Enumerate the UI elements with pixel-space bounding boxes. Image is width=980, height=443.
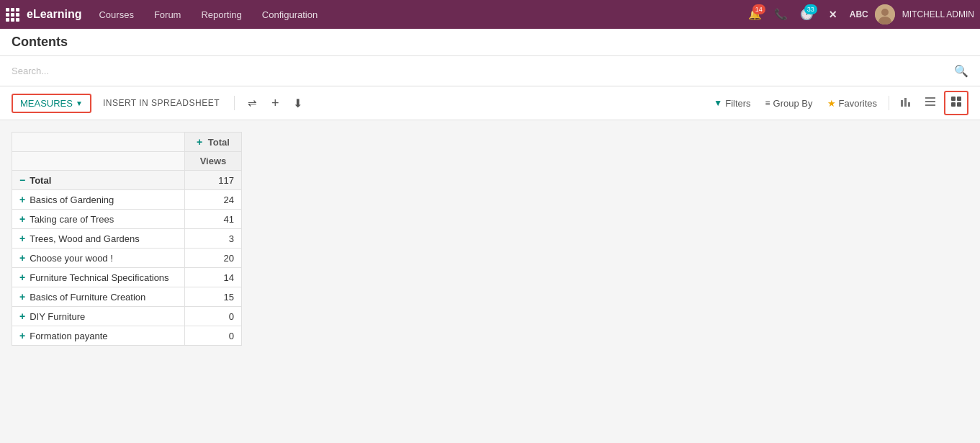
measures-button[interactable]: MEASURES ▼ xyxy=(12,94,91,113)
svg-point-1 xyxy=(881,9,889,16)
pivot-icon xyxy=(950,97,962,109)
groupby-icon: ≡ xyxy=(765,98,770,108)
phone-button[interactable]: 📞 xyxy=(770,3,793,26)
row-expand-icon[interactable]: + xyxy=(19,213,25,225)
row-value-cell: 3 xyxy=(185,229,242,249)
nav-forum[interactable]: Forum xyxy=(145,0,190,29)
navbar: eLearning Courses Forum Reporting Config… xyxy=(0,0,980,29)
toolbar: MEASURES ▼ INSERT IN SPREADSHEET ⇌ + ⬇ ▼… xyxy=(0,86,980,120)
row-label-cell: +Formation payante xyxy=(12,326,185,346)
row-value-cell: 0 xyxy=(185,326,242,346)
pivot-col-total-header: + Total xyxy=(185,133,242,152)
svg-rect-4 xyxy=(904,98,907,107)
app-brand[interactable]: eLearning xyxy=(6,8,81,22)
user-avatar xyxy=(875,4,895,24)
col-expand-icon[interactable]: + xyxy=(197,136,202,148)
nav-courses[interactable]: Courses xyxy=(90,0,142,29)
row-expand-icon[interactable]: + xyxy=(19,330,25,341)
row-value-cell: 117 xyxy=(185,171,242,190)
row-expand-icon[interactable]: + xyxy=(19,233,25,244)
clock-button[interactable]: 🕐 33 xyxy=(796,3,819,26)
row-name: Basics of Furniture Creation xyxy=(30,292,145,303)
row-value-cell: 15 xyxy=(185,287,242,307)
pivot-view-button[interactable] xyxy=(944,91,968,115)
adjust-icon: ⇌ xyxy=(248,97,257,109)
filters-button[interactable]: ▼ Filters xyxy=(708,95,756,112)
pivot-table: + Total Views −Total117+Basics of Garden… xyxy=(12,132,242,346)
row-expand-icon[interactable]: + xyxy=(19,310,25,322)
filter-icon: ▼ xyxy=(714,98,722,108)
bar-chart-view-button[interactable] xyxy=(895,92,917,114)
svg-rect-11 xyxy=(951,102,956,107)
row-label-cell: +Furniture Technical Specifications xyxy=(12,268,185,287)
insert-spreadsheet-button[interactable]: INSERT IN SPREADSHEET xyxy=(97,95,225,111)
row-expand-icon[interactable]: + xyxy=(19,291,25,303)
table-row: +DIY Furniture0 xyxy=(12,307,242,326)
favorites-button[interactable]: ★ Favorites xyxy=(822,95,883,112)
grid-icon xyxy=(6,8,19,22)
search-icon[interactable]: 🔍 xyxy=(954,64,968,78)
svg-rect-8 xyxy=(925,104,935,106)
abc-button[interactable]: ABC xyxy=(848,3,871,26)
pivot-container: + Total Views −Total117+Basics of Garden… xyxy=(0,120,980,357)
svg-rect-3 xyxy=(901,100,903,107)
toolbar-separator xyxy=(234,96,235,110)
row-name: Basics of Gardening xyxy=(30,194,114,205)
row-label-cell: +Basics of Furniture Creation xyxy=(12,287,185,307)
close-button[interactable]: × xyxy=(822,3,845,26)
notifications-button[interactable]: 🔔 14 xyxy=(744,3,767,26)
row-label-cell: +DIY Furniture xyxy=(12,307,185,326)
row-label-cell: +Basics of Gardening xyxy=(12,190,185,210)
table-row: +Basics of Furniture Creation15 xyxy=(12,287,242,307)
list-view-button[interactable] xyxy=(920,92,941,114)
search-input[interactable] xyxy=(12,66,954,76)
page-header: Contents xyxy=(0,29,980,56)
row-expand-icon[interactable]: + xyxy=(19,252,25,264)
row-name: DIY Furniture xyxy=(30,311,85,322)
row-value-cell: 20 xyxy=(185,249,242,268)
table-row: +Choose your wood !20 xyxy=(12,249,242,268)
table-row: +Formation payante0 xyxy=(12,326,242,346)
group-by-button[interactable]: ≡ Group By xyxy=(760,95,819,112)
row-expand-icon[interactable]: − xyxy=(19,174,25,186)
add-icon-button[interactable]: + xyxy=(267,93,284,114)
star-icon: ★ xyxy=(827,98,836,109)
row-name: Total xyxy=(30,175,51,186)
svg-rect-5 xyxy=(908,102,910,107)
row-name: Formation payante xyxy=(30,331,107,341)
row-value-cell: 24 xyxy=(185,190,242,210)
toolbar-right: ▼ Filters ≡ Group By ★ Favorites xyxy=(708,91,968,115)
row-label-cell: +Trees, Wood and Gardens xyxy=(12,229,185,249)
list-icon xyxy=(925,97,936,109)
pivot-corner xyxy=(12,133,185,152)
nav-configuration[interactable]: Configuration xyxy=(253,0,326,29)
row-name: Furniture Technical Specifications xyxy=(30,272,168,283)
svg-rect-9 xyxy=(951,97,956,101)
avatar[interactable] xyxy=(873,3,896,26)
table-row: +Furniture Technical Specifications14 xyxy=(12,268,242,287)
add-icon: + xyxy=(271,96,279,111)
svg-rect-12 xyxy=(957,102,961,107)
app-name: eLearning xyxy=(27,8,81,21)
view-separator xyxy=(889,96,889,110)
row-label-cell: −Total xyxy=(12,171,185,190)
row-expand-icon[interactable]: + xyxy=(19,272,25,283)
row-name: Choose your wood ! xyxy=(30,253,113,264)
download-icon-button[interactable]: ⬇ xyxy=(289,94,307,113)
clock-badge: 33 xyxy=(804,4,817,14)
search-bar: 🔍 xyxy=(0,56,980,86)
svg-rect-7 xyxy=(925,101,935,102)
pivot-col-views-header: Views xyxy=(185,152,242,171)
pivot-row-label-header xyxy=(12,152,185,171)
table-row: +Basics of Gardening24 xyxy=(12,190,242,210)
row-label-cell: +Choose your wood ! xyxy=(12,249,185,268)
navbar-right: 🔔 14 📞 🕐 33 × ABC MITCHELL ADMIN xyxy=(744,3,974,26)
row-expand-icon[interactable]: + xyxy=(19,194,25,205)
row-label-cell: +Taking care of Trees xyxy=(12,210,185,229)
nav-reporting[interactable]: Reporting xyxy=(192,0,250,29)
adjust-icon-button[interactable]: ⇌ xyxy=(243,94,261,112)
bar-chart-icon xyxy=(900,97,912,109)
svg-rect-6 xyxy=(925,97,935,99)
notifications-badge: 14 xyxy=(752,4,765,14)
username-label: MITCHELL ADMIN xyxy=(902,9,974,19)
